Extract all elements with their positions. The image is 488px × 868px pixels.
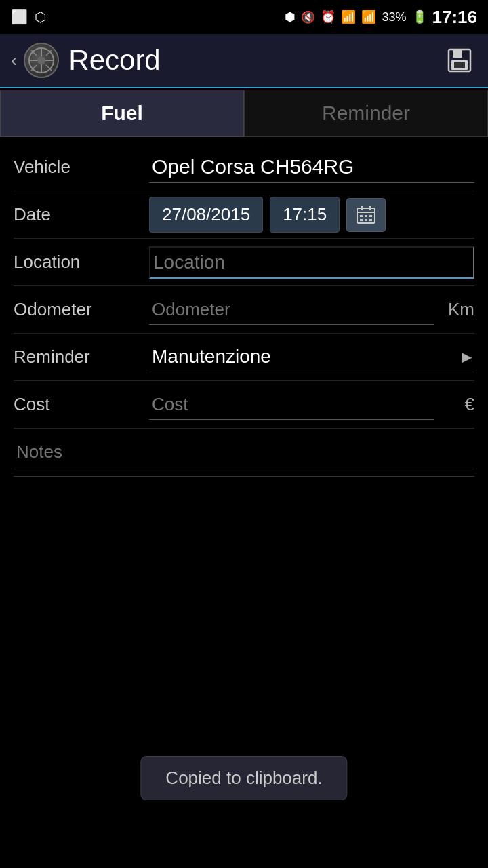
mute-icon: 🔇 <box>301 10 315 24</box>
wifi-icon: 📶 <box>341 9 356 24</box>
notes-input[interactable] <box>14 435 474 469</box>
save-icon <box>446 47 473 74</box>
date-controls: 27/08/2015 17:15 <box>149 197 474 233</box>
battery-icon: 🔋 <box>412 9 427 24</box>
svg-rect-22 <box>365 219 367 221</box>
tab-reminder[interactable]: Reminder <box>244 90 488 137</box>
status-bar-right-icons: ⬢ 🔇 ⏰ 📶 📶 33% 🔋 17:16 <box>285 7 477 28</box>
svg-rect-18 <box>360 215 363 217</box>
cost-label: Cost <box>14 394 149 415</box>
notes-row <box>14 429 474 477</box>
reminder-dropdown[interactable]: Manutenzione ▶ <box>149 342 474 372</box>
vehicle-value: Opel Corsa CH564RG <box>149 151 474 183</box>
date-label: Date <box>14 204 149 225</box>
odometer-row: Odometer Km <box>14 286 474 334</box>
svg-point-1 <box>37 56 45 64</box>
reminder-label: Reminder <box>14 347 149 368</box>
vehicle-row: Vehicle Opel Corsa CH564RG <box>14 144 474 191</box>
svg-rect-21 <box>360 219 363 221</box>
page-title: Record <box>68 44 442 77</box>
status-bar: ⬜ ⬡ ⬢ 🔇 ⏰ 📶 📶 33% 🔋 17:16 <box>0 0 488 34</box>
location-label: Location <box>14 252 149 273</box>
date-picker-button[interactable]: 27/08/2015 <box>149 197 263 233</box>
battery-percent: 33% <box>382 10 406 24</box>
vehicle-label: Vehicle <box>14 157 149 178</box>
dropdown-arrow-icon: ▶ <box>462 349 472 365</box>
toast-message: Copied to clipboard. <box>140 756 347 800</box>
location-row: Location <box>14 239 474 286</box>
odometer-label: Odometer <box>14 299 149 320</box>
tabs-container: Fuel Reminder <box>0 90 488 137</box>
back-button[interactable]: ‹ <box>11 50 17 71</box>
bluetooth-icon: ⬢ <box>285 9 296 24</box>
hex-icon: ⬡ <box>35 9 46 25</box>
svg-rect-11 <box>453 50 462 58</box>
odometer-unit: Km <box>441 299 474 320</box>
location-input[interactable] <box>149 246 474 279</box>
odometer-input[interactable] <box>149 295 434 325</box>
form-container: Vehicle Opel Corsa CH564RG Date 27/08/20… <box>0 137 488 484</box>
time-picker-button[interactable]: 17:15 <box>270 197 340 233</box>
date-row: Date 27/08/2015 17:15 <box>14 191 474 239</box>
screen-icon: ⬜ <box>11 9 28 25</box>
calendar-button[interactable] <box>346 198 386 232</box>
alarm-icon: ⏰ <box>321 9 336 24</box>
cost-row: Cost € <box>14 381 474 429</box>
svg-rect-20 <box>369 215 372 217</box>
reminder-selected-value: Manutenzione <box>152 346 271 368</box>
save-button[interactable] <box>442 43 477 78</box>
status-time: 17:16 <box>432 7 478 28</box>
svg-rect-19 <box>365 215 367 217</box>
status-bar-left-icons: ⬜ ⬡ <box>11 9 46 25</box>
signal-icon: 📶 <box>361 9 376 24</box>
svg-rect-23 <box>369 219 372 221</box>
reminder-row: Reminder Manutenzione ▶ <box>14 334 474 381</box>
cost-input[interactable] <box>149 390 434 420</box>
cost-unit: € <box>441 394 474 415</box>
app-logo <box>24 43 59 78</box>
svg-rect-13 <box>454 62 465 68</box>
app-bar: ‹ Record <box>0 34 488 88</box>
wheel-icon <box>28 47 55 74</box>
tab-fuel[interactable]: Fuel <box>0 90 244 137</box>
calendar-icon <box>357 205 375 224</box>
